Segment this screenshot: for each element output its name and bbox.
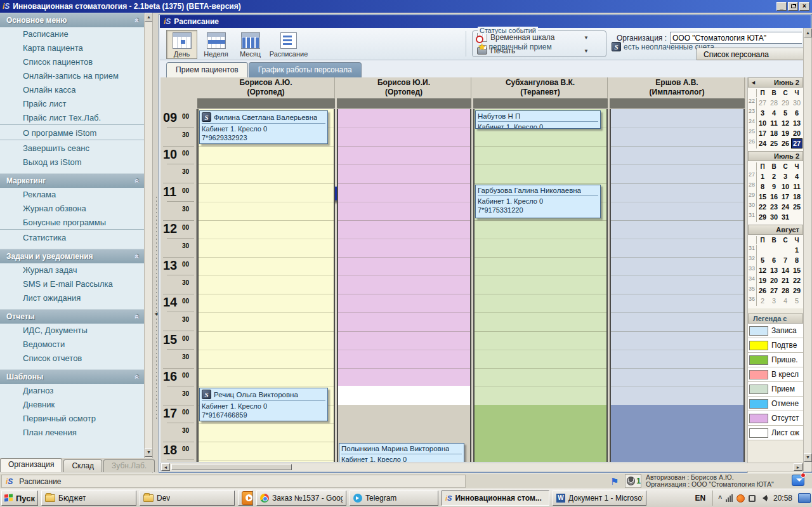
calendar-day[interactable]: 11 xyxy=(791,181,802,192)
sidebar-section-header[interactable]: Маркетинг» xyxy=(0,173,144,188)
language-indicator[interactable]: EN xyxy=(691,494,709,503)
calendar-day[interactable]: 17 xyxy=(780,192,791,202)
tab-organization[interactable]: Организация xyxy=(0,458,62,472)
calendar-day[interactable]: 27 xyxy=(768,286,780,296)
column-header-2[interactable]: Субхангулова В.К.(Терапевт) xyxy=(473,77,608,98)
calendar-day[interactable]: 11 xyxy=(768,118,780,128)
view-button-расписание[interactable]: Расписание xyxy=(269,30,308,59)
network-signal-icon[interactable] xyxy=(726,494,733,502)
calendar-day[interactable]: 8 xyxy=(791,255,802,265)
doctor-column-1[interactable] xyxy=(337,109,471,462)
sidebar-item[interactable]: Расписание xyxy=(0,27,144,41)
calendar-day[interactable]: 18 xyxy=(768,128,780,138)
calendar-day[interactable] xyxy=(768,245,780,255)
sidebar-item[interactable]: Журнал задач xyxy=(0,263,144,277)
calendar-day[interactable]: 2 xyxy=(757,296,768,306)
collapse-chevron-icon[interactable]: » xyxy=(133,254,141,259)
calendar-day[interactable]: 25 xyxy=(791,202,802,212)
calendar-day[interactable]: 8 xyxy=(757,181,768,192)
calendar-day[interactable]: 26 xyxy=(780,138,791,148)
calendar-day[interactable]: 28 xyxy=(780,286,791,296)
calendar-day[interactable]: 27 xyxy=(791,138,802,148)
appointment[interactable]: Набутов Н ПКабинет 1. Кресло 0 xyxy=(475,110,601,129)
update-arrow-icon[interactable] xyxy=(792,475,804,486)
speaker-icon[interactable] xyxy=(759,495,767,501)
doctor-column-2[interactable] xyxy=(473,109,608,462)
online-users-indicator[interactable]: 1 xyxy=(625,474,641,488)
collapse-left-icon[interactable]: ◄ xyxy=(154,311,159,317)
calendar-day[interactable]: 12 xyxy=(780,118,791,128)
calendar-day[interactable]: 7 xyxy=(780,255,791,265)
sidebar-item[interactable]: Завершить сеанс xyxy=(0,142,144,155)
view-button-день[interactable]: День xyxy=(166,30,197,59)
calendar-day[interactable]: 30 xyxy=(791,98,802,108)
sidebar-item[interactable]: Дневник xyxy=(0,398,144,412)
sidebar-section-header[interactable]: Основное меню» xyxy=(0,13,144,27)
calendar-day[interactable]: 19 xyxy=(780,128,791,138)
tab-patient-reception[interactable]: Прием пациентов xyxy=(166,62,248,77)
horizontal-scrollbar[interactable]: ◄ ► xyxy=(160,463,803,471)
calendar-day[interactable]: 3 xyxy=(768,296,780,306)
calendar-day[interactable]: 15 xyxy=(791,265,802,275)
appointment[interactable]: SРечиц Ольга ВикторовнаКабинет 1. Кресло… xyxy=(199,388,328,421)
sidebar-item[interactable]: Статистика xyxy=(0,231,144,245)
calendar-day[interactable]: 6 xyxy=(768,255,780,265)
calendar-day[interactable]: 1 xyxy=(791,245,802,255)
calendar-day[interactable]: 24 xyxy=(757,138,768,148)
calendar-day[interactable]: 29 xyxy=(791,286,802,296)
calendar-day[interactable]: 22 xyxy=(791,275,802,286)
taskbar-item[interactable]: Бюджет xyxy=(41,491,136,506)
taskbar-item[interactable]: iSИнновационная стом... xyxy=(442,491,549,506)
calendar-day[interactable]: 13 xyxy=(791,118,802,128)
calendar-day[interactable]: 29 xyxy=(780,98,791,108)
calendar-day[interactable]: 6 xyxy=(791,108,802,118)
calendar-day[interactable]: 3 xyxy=(757,108,768,118)
sidebar-scrollbar[interactable]: ▲ ▼ xyxy=(144,13,152,458)
column-header-3[interactable]: Ершов А.В.(Имплантолог) xyxy=(610,77,745,98)
sidebar-item[interactable]: Карта пациента xyxy=(0,41,144,55)
calendar-day[interactable]: 29 xyxy=(757,212,768,222)
taskbar-item[interactable]: Telegram xyxy=(350,491,438,506)
calendar-day[interactable]: 25 xyxy=(768,138,780,148)
sidebar-item[interactable]: Выход из iStom xyxy=(0,155,144,169)
calendar-day[interactable]: 12 xyxy=(757,265,768,275)
calendar-day[interactable]: 5 xyxy=(757,255,768,265)
taskbar-item[interactable] xyxy=(238,491,253,506)
clock[interactable]: 20:58 xyxy=(771,494,795,503)
calendar-day[interactable]: 23 xyxy=(768,202,780,212)
antivirus-icon[interactable] xyxy=(737,494,745,503)
calendar-day[interactable]: 27 xyxy=(757,98,768,108)
taskbar-item[interactable]: Dev xyxy=(140,491,235,506)
sidebar-item[interactable]: ИДС, Документы xyxy=(0,324,144,338)
tab-warehouse[interactable]: Склад xyxy=(63,459,102,472)
tab-staff-schedule[interactable]: График работы персонала xyxy=(249,62,362,77)
calendar-day[interactable]: 2 xyxy=(768,171,780,181)
calendar-day[interactable]: 4 xyxy=(768,108,780,118)
tray-expand-icon[interactable]: ^ xyxy=(718,495,722,502)
minimize-button[interactable]: _ xyxy=(776,2,787,11)
scroll-right-icon[interactable]: ► xyxy=(794,463,802,471)
calendar-day[interactable]: 13 xyxy=(768,265,780,275)
calendar-day[interactable]: 10 xyxy=(757,118,768,128)
calendar-day[interactable] xyxy=(791,212,802,222)
calendar-day[interactable]: 19 xyxy=(757,275,768,286)
collapse-chevron-icon[interactable]: » xyxy=(133,315,141,319)
sidebar-item[interactable]: План лечения xyxy=(0,426,144,440)
sidebar-item[interactable]: Прайс лист xyxy=(0,97,144,111)
collapse-chevron-icon[interactable]: » xyxy=(133,179,141,183)
close-button[interactable]: × xyxy=(799,2,809,11)
view-button-неделя[interactable]: Неделя xyxy=(200,30,232,59)
sidebar-item[interactable]: SMS и E-mail Рассылка xyxy=(0,277,144,291)
sidebar-item[interactable]: Реклама xyxy=(0,188,144,202)
calendar-day[interactable]: 15 xyxy=(757,192,768,202)
sidebar-item[interactable]: Лист ожидания xyxy=(0,291,144,305)
calendar-day[interactable]: 20 xyxy=(768,275,780,286)
sidebar-item[interactable]: О программе iStom xyxy=(0,126,144,140)
taskbar-item[interactable]: WДокумент 1 - Microsoft ... xyxy=(553,491,646,506)
minimized-schedule-item[interactable]: iS Расписание xyxy=(1,475,466,488)
restore-button[interactable] xyxy=(788,2,798,11)
calendar-day[interactable]: 14 xyxy=(780,265,791,275)
sidebar-item[interactable]: Ведомости xyxy=(0,338,144,352)
appointment[interactable]: SФилина Светлана ВалерьевнаКабинет 1. Кр… xyxy=(199,110,328,144)
calendar-day[interactable]: 26 xyxy=(757,286,768,296)
